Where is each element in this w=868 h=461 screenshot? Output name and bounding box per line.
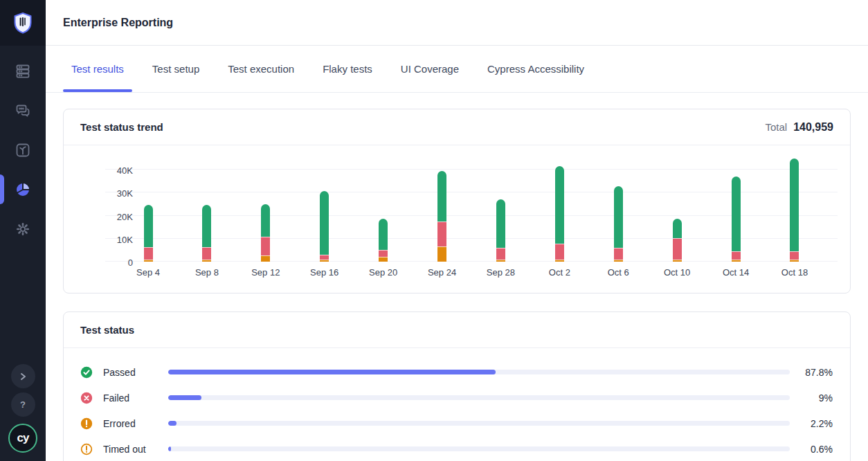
status-label: Passed	[103, 367, 168, 378]
tab-cypress-accessibility[interactable]: Cypress Accessibility	[479, 46, 593, 92]
progress-fill	[168, 421, 177, 426]
status-row-errored: Errored 2.2%	[80, 410, 833, 436]
tab-test-results[interactable]: Test results	[63, 46, 132, 92]
page-title: Enterprise Reporting	[63, 17, 173, 29]
bar-segment-passed	[496, 199, 505, 248]
trend-total: Total 140,959	[765, 121, 833, 134]
bar-segment-errored	[614, 260, 623, 262]
tabbar: Test results Test setup Test execution F…	[46, 46, 868, 93]
chart-bar-column: Sep 24	[427, 156, 458, 289]
bar-segment-passed	[320, 191, 329, 255]
status-label: Failed	[103, 392, 168, 404]
x-axis-tick-label: Oct 10	[664, 267, 690, 278]
server-stack-icon	[14, 62, 32, 80]
status-label: Errored	[103, 418, 168, 429]
bar-segment-errored	[555, 260, 564, 262]
cypress-brand-label: cy	[17, 431, 29, 445]
bar-segment-passed	[732, 177, 741, 252]
sidebar-item-settings[interactable]	[0, 209, 46, 248]
bar-segment-passed	[790, 159, 799, 251]
bar-segment-errored	[320, 260, 329, 262]
x-axis-tick-label: Sep 24	[428, 267, 456, 278]
bar-segment-passed	[379, 219, 388, 251]
expand-sidebar-button[interactable]	[11, 364, 35, 388]
cypress-brand-logo[interactable]: cy	[8, 424, 37, 453]
trend-card-title: Test status trend	[80, 121, 163, 133]
bar-segment-errored	[379, 257, 388, 262]
sidebar-item-branches[interactable]	[0, 130, 46, 170]
stacked-bar	[261, 156, 270, 262]
bar-segment-failed	[732, 251, 741, 260]
bar-segment-errored	[261, 255, 270, 262]
bar-segment-failed	[555, 244, 564, 260]
tab-flaky-tests[interactable]: Flaky tests	[314, 46, 381, 92]
chart-bar-column: Sep 16	[309, 156, 340, 289]
active-tab-underline	[63, 89, 132, 92]
bar-segment-failed	[614, 248, 623, 260]
tab-test-execution[interactable]: Test execution	[219, 46, 302, 92]
chart-bar-column: Sep 20	[368, 156, 399, 289]
exclamation-circle-icon	[80, 417, 93, 430]
progress-fill	[168, 395, 201, 400]
x-circle-icon	[80, 392, 93, 404]
total-label: Total	[765, 121, 787, 133]
bar-segment-errored	[144, 260, 153, 262]
main-area: Enterprise Reporting Test results Test s…	[46, 0, 868, 461]
bar-segment-errored	[673, 260, 682, 262]
clock-alert-icon	[80, 443, 93, 455]
stacked-bar	[144, 156, 153, 262]
bar-segment-failed	[144, 247, 153, 260]
bar-segment-errored	[202, 260, 211, 262]
chart-bar-column: Sep 4	[133, 156, 163, 289]
x-axis-tick-label: Oct 14	[723, 267, 749, 278]
bar-segment-failed	[673, 238, 682, 260]
status-percent: 87.8%	[790, 367, 833, 378]
x-axis-tick-label: Sep 4	[136, 267, 160, 278]
stacked-bar	[320, 156, 329, 262]
sidebar-item-messages[interactable]	[0, 91, 46, 130]
help-button[interactable]: ?	[11, 392, 35, 417]
sidebar: ? cy	[0, 0, 46, 461]
x-axis-tick-label: Oct 6	[608, 267, 629, 278]
stacked-bar	[437, 156, 446, 262]
x-axis-tick-label: Oct 18	[781, 267, 808, 278]
stacked-bar-chart: 010K20K30K40K Sep 4Sep 8Sep 12Sep 16Sep …	[72, 156, 838, 289]
chart-bar-column: Oct 6	[603, 156, 633, 289]
org-logo[interactable]	[0, 0, 46, 46]
tab-label: Flaky tests	[323, 63, 372, 75]
tab-label: Cypress Accessibility	[487, 63, 584, 75]
stacked-bar	[202, 156, 211, 262]
test-status-trend-card: Test status trend Total 140,959 010K20K3…	[63, 109, 851, 293]
status-percent: 0.6%	[790, 444, 833, 455]
tab-ui-coverage[interactable]: UI Coverage	[392, 46, 467, 92]
bar-segment-passed	[437, 171, 446, 221]
bar-segment-passed	[673, 219, 682, 238]
x-axis-tick-label: Sep 8	[195, 267, 219, 278]
bar-segment-passed	[202, 205, 211, 247]
timed-out-progress-bar	[168, 446, 790, 451]
chart-bar-column: Oct 14	[721, 156, 751, 289]
content: Test status trend Total 140,959 010K20K3…	[46, 93, 868, 461]
sidebar-bottom: ? cy	[8, 364, 37, 461]
tab-test-setup[interactable]: Test setup	[144, 46, 208, 92]
status-label: Timed out	[103, 444, 168, 455]
sidebar-item-analytics[interactable]	[0, 170, 46, 209]
shield-logo-icon	[11, 11, 35, 35]
sidebar-item-projects[interactable]	[0, 51, 46, 91]
tab-label: UI Coverage	[401, 63, 459, 75]
check-circle-icon	[80, 366, 93, 379]
status-rows: Passed 87.8% Failed 9%	[64, 348, 850, 461]
help-label: ?	[20, 399, 26, 410]
branch-box-icon	[14, 141, 32, 159]
progress-fill	[168, 370, 496, 374]
tab-label: Test setup	[152, 63, 199, 75]
chart-bar-column: Oct 2	[544, 156, 575, 289]
active-indicator	[0, 174, 4, 204]
total-value: 140,959	[793, 121, 833, 134]
progress-fill	[168, 446, 171, 451]
chart-bar-column: Sep 12	[251, 156, 281, 289]
tab-label: Test results	[71, 63, 124, 75]
chart-columns: Sep 4Sep 8Sep 12Sep 16Sep 20Sep 24Sep 28…	[105, 156, 838, 289]
x-axis-tick-label: Sep 16	[310, 267, 338, 278]
stacked-bar	[673, 156, 682, 262]
